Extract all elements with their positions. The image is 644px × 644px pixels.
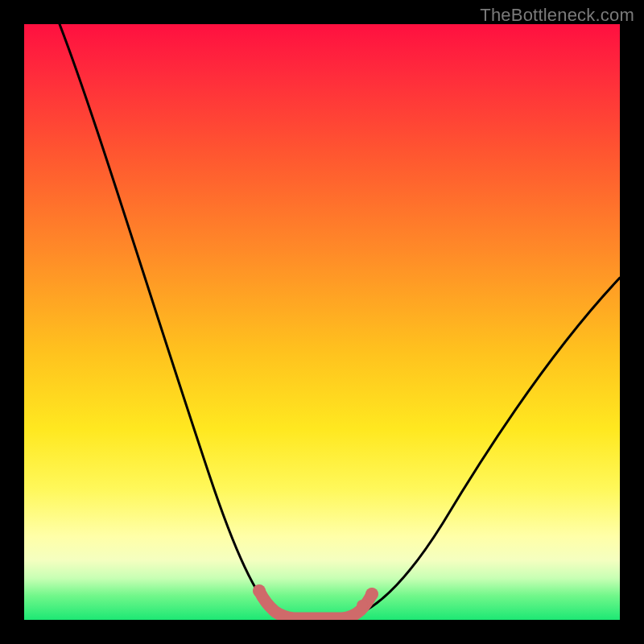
highlight-dot [357,600,368,611]
highlight-dot [262,598,273,609]
highlight-dot [253,584,266,597]
bottleneck-curve [60,24,620,618]
watermark-text: TheBottleneck.com [480,5,634,26]
plot-area [24,24,620,620]
bottleneck-curve-svg [24,24,620,620]
highlight-dot [365,588,378,601]
chart-frame: TheBottleneck.com [0,0,644,644]
optimal-range-highlight [259,591,372,618]
